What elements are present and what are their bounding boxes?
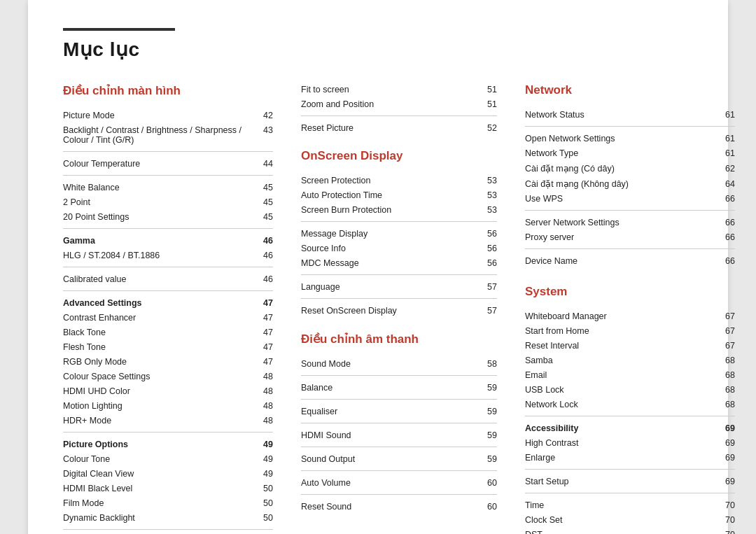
list-item: HDMI Black Level50 xyxy=(63,481,273,496)
entry-label: Message Display xyxy=(301,229,483,239)
entry-label: MDC Message xyxy=(301,258,483,268)
list-item: Start Setup69 xyxy=(525,474,735,489)
entry-page-number: 59 xyxy=(483,430,497,440)
list-item: Picture Mode42 xyxy=(63,108,273,122)
divider xyxy=(63,529,273,530)
entry-page-number: 42 xyxy=(259,111,273,120)
entry-label: 20 Point Settings xyxy=(63,212,259,222)
list-item: Sound Mode58 xyxy=(301,356,497,371)
divider xyxy=(301,115,497,116)
entry-page-number: 61 xyxy=(721,148,735,158)
entry-page-number: 47 xyxy=(259,313,273,323)
list-item: Server Network Settings66 xyxy=(525,215,735,230)
divider xyxy=(301,221,497,222)
list-item: Reset Picture52 xyxy=(301,120,497,135)
list-item: Auto Protection Time53 xyxy=(301,188,497,202)
col-mid-entries3: Sound Mode58Balance59Equaliser59HDMI Sou… xyxy=(301,356,497,514)
entry-page-number: 61 xyxy=(721,110,735,120)
entry-page-number: 47 xyxy=(259,298,273,308)
list-item: HDMI Sound59 xyxy=(301,428,497,442)
entry-label: HDMI UHD Color xyxy=(63,386,259,396)
entry-label: Start from Home xyxy=(525,326,721,336)
list-item: Screen Protection53 xyxy=(301,173,497,188)
divider xyxy=(525,416,735,416)
list-item: Reset Interval67 xyxy=(525,338,735,353)
list-item: Open Network Settings61 xyxy=(525,131,735,146)
entry-label: HDMI Black Level xyxy=(63,484,259,493)
list-item: Use WPS66 xyxy=(525,191,735,206)
entry-label: Start Setup xyxy=(525,477,721,486)
list-item: Motion Lighting48 xyxy=(63,398,273,413)
list-item: High Contrast69 xyxy=(525,435,735,450)
entry-label: Accessibility xyxy=(525,423,721,433)
entry-page-number: 47 xyxy=(259,342,273,352)
list-item: MDC Message56 xyxy=(301,255,497,270)
entry-page-number: 66 xyxy=(721,218,735,227)
entry-label: HDR+ Mode xyxy=(63,416,259,426)
entry-page-number: 49 xyxy=(259,440,273,449)
entry-label: DST xyxy=(525,530,721,535)
list-item: Black Tone47 xyxy=(63,325,273,339)
entry-label: Backlight / Contrast / Brightness / Shar… xyxy=(63,125,259,145)
list-item: HDR+ Mode48 xyxy=(63,413,273,428)
list-item: Whiteboard Manager67 xyxy=(525,309,735,323)
list-item: Advanced Settings47 xyxy=(63,295,273,310)
entry-label: Enlarge xyxy=(525,453,721,463)
entry-label: Proxy server xyxy=(525,232,721,242)
entry-page-number: 67 xyxy=(721,341,735,351)
entry-label: Colour Tone xyxy=(63,454,259,464)
list-item: Backlight / Contrast / Brightness / Shar… xyxy=(63,122,273,147)
entry-page-number: 57 xyxy=(483,306,497,316)
entry-page-number: 48 xyxy=(259,416,273,426)
list-item: Reset Sound60 xyxy=(301,499,497,514)
list-item: Contrast Enhancer47 xyxy=(63,310,273,325)
entry-label: Flesh Tone xyxy=(63,342,259,352)
entry-label: Clock Set xyxy=(525,515,721,525)
entry-page-number: 68 xyxy=(721,370,735,380)
divider xyxy=(525,493,735,493)
section-title-system: System xyxy=(525,285,735,299)
entry-label: RGB Only Mode xyxy=(63,357,259,367)
col-mid-entries2: Screen Protection53Auto Protection Time5… xyxy=(301,173,497,318)
entry-page-number: 50 xyxy=(259,484,273,493)
page-header: Mục lục xyxy=(63,28,693,61)
entry-page-number: 70 xyxy=(721,530,735,535)
entry-label: Auto Protection Time xyxy=(301,190,483,200)
divider xyxy=(525,210,735,211)
entry-label: Picture Options xyxy=(63,440,259,449)
entry-label: 2 Point xyxy=(63,197,259,207)
divider xyxy=(63,267,273,267)
list-item: Colour Space Settings48 xyxy=(63,369,273,384)
entry-page-number: 70 xyxy=(721,515,735,525)
entry-page-number: 48 xyxy=(259,386,273,396)
col-right-entries2: Whiteboard Manager67Start from Home67Res… xyxy=(525,309,735,534)
list-item: Enlarge69 xyxy=(525,450,735,465)
divider xyxy=(63,432,273,433)
list-item: Equaliser59 xyxy=(301,404,497,419)
section-title-sound: Điều chỉnh âm thanh xyxy=(301,332,497,346)
list-item: Calibrated value46 xyxy=(63,272,273,286)
list-item: Sound Output59 xyxy=(301,451,497,466)
divider xyxy=(301,298,497,299)
list-item: Colour Temperature44 xyxy=(63,156,273,171)
entry-page-number: 48 xyxy=(259,372,273,381)
entry-page-number: 50 xyxy=(259,513,273,523)
entry-page-number: 69 xyxy=(721,438,735,448)
entry-page-number: 60 xyxy=(483,478,497,488)
entry-page-number: 70 xyxy=(721,500,735,510)
entry-page-number: 48 xyxy=(259,401,273,411)
list-item: Digital Clean View49 xyxy=(63,466,273,481)
entry-label: High Contrast xyxy=(525,438,721,448)
entry-label: Network Type xyxy=(525,148,721,158)
entry-page-number: 47 xyxy=(259,328,273,337)
entry-label: Use WPS xyxy=(525,194,721,204)
entry-page-number: 51 xyxy=(483,85,497,94)
section-title-network: Network xyxy=(525,83,735,97)
entry-page-number: 45 xyxy=(259,183,273,192)
entry-page-number: 45 xyxy=(259,212,273,222)
entry-label: Network Lock xyxy=(525,400,721,409)
entry-page-number: 66 xyxy=(721,194,735,204)
list-item: Samba68 xyxy=(525,353,735,367)
list-item: Network Type61 xyxy=(525,146,735,160)
list-item: HLG / ST.2084 / BT.188646 xyxy=(63,248,273,262)
